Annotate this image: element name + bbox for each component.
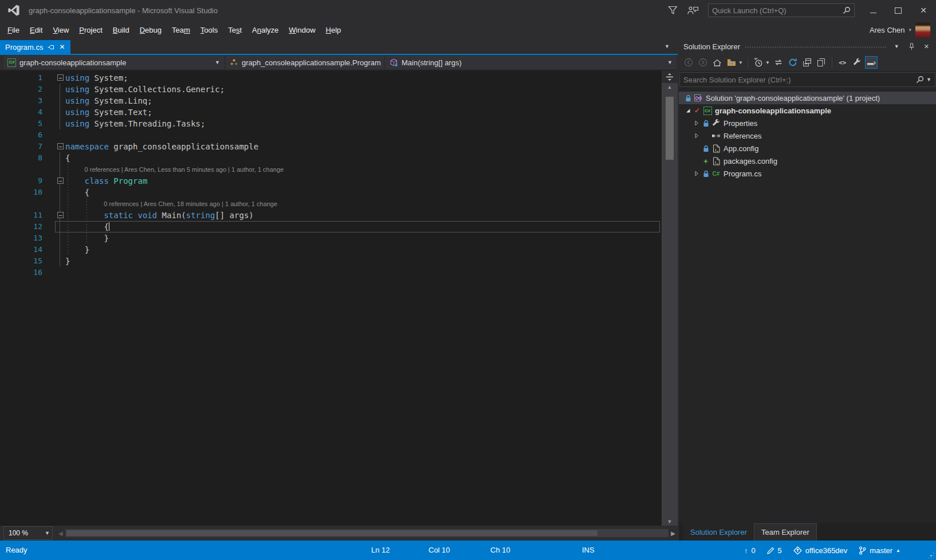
- tree-item-properties[interactable]: Properties: [679, 117, 936, 129]
- menu-test[interactable]: Test: [223, 23, 247, 37]
- expander-open-icon[interactable]: [683, 107, 693, 115]
- forward-button[interactable]: [697, 56, 709, 69]
- chevron-down-icon[interactable]: ▼: [738, 60, 743, 65]
- menu-debug[interactable]: Debug: [135, 23, 167, 37]
- uncommitted-changes-button[interactable]: 5: [767, 546, 782, 555]
- tree-item-app-config[interactable]: App.config: [679, 142, 936, 155]
- code-line[interactable]: 1–using System;: [0, 72, 662, 84]
- code-line[interactable]: 2using System.Collections.Generic;: [0, 84, 662, 95]
- preview-selected-items-toggle[interactable]: [865, 56, 878, 69]
- split-editor-handle[interactable]: [662, 70, 678, 83]
- menu-build[interactable]: Build: [108, 23, 135, 37]
- tab-solution-explorer[interactable]: Solution Explorer: [683, 523, 754, 541]
- user-account-area[interactable]: Ares Chen ▾: [870, 22, 936, 37]
- scrollbar-thumb[interactable]: [666, 97, 674, 160]
- code-line[interactable]: 6: [0, 129, 662, 141]
- codelens-row[interactable]: 0 references | Ares Chen, Less than 5 mi…: [0, 164, 662, 175]
- solution-explorer-search-input[interactable]: Search Solution Explorer (Ctrl+;) ▼: [679, 72, 935, 87]
- chevron-down-icon[interactable]: ▼: [926, 77, 931, 82]
- codelens-row[interactable]: 0 references | Ares Chen, 18 minutes ago…: [0, 198, 662, 210]
- properties-button[interactable]: [851, 56, 863, 69]
- tree-item-graph-consoleapplicationsample[interactable]: ✓C#graph-consoleapplicationsample: [679, 104, 936, 117]
- minimize-button[interactable]: [860, 2, 886, 18]
- code-line[interactable]: 10 {: [0, 187, 662, 198]
- notifications-filter-icon[interactable]: [662, 2, 683, 18]
- scroll-up-arrow[interactable]: ▲: [662, 84, 678, 90]
- menu-file[interactable]: File: [2, 23, 25, 37]
- sync-with-active-document-button[interactable]: [772, 56, 785, 69]
- code-line[interactable]: 4using System.Text;: [0, 107, 662, 118]
- collapse-region-icon[interactable]: –: [57, 212, 64, 218]
- vertical-scrollbar[interactable]: ▲ ▼: [662, 70, 678, 526]
- tab-program-cs[interactable]: Program.cs ✕: [0, 40, 70, 54]
- feedback-icon[interactable]: [683, 2, 703, 18]
- scroll-right-arrow[interactable]: ▶: [671, 530, 675, 537]
- branch-button[interactable]: master ▲: [859, 546, 900, 555]
- window-position-dropdown-icon[interactable]: ▼: [892, 44, 902, 49]
- menu-window[interactable]: Window: [284, 23, 320, 37]
- menu-edit[interactable]: Edit: [25, 23, 48, 37]
- code-line[interactable]: 7–namespace graph_consoleapplicationsamp…: [0, 141, 662, 152]
- type-dropdown[interactable]: graph_consoleapplicationsample.Program ▼: [226, 56, 384, 69]
- tree-item-packages-config[interactable]: +packages.config: [679, 155, 936, 167]
- home-button[interactable]: [711, 56, 723, 69]
- close-tab-icon[interactable]: ✕: [59, 43, 65, 51]
- expander-closed-icon[interactable]: [692, 169, 701, 178]
- menu-team[interactable]: Team: [167, 23, 195, 37]
- horizontal-scrollbar[interactable]: [65, 529, 669, 537]
- code-line[interactable]: 12 {: [0, 221, 662, 232]
- maximize-button[interactable]: [886, 2, 911, 18]
- codelens-info[interactable]: 0 references | Ares Chen, 18 minutes ago…: [65, 198, 277, 210]
- user-avatar[interactable]: [915, 22, 930, 37]
- panel-drag-grip[interactable]: [745, 46, 887, 49]
- pin-icon[interactable]: [906, 43, 917, 50]
- collapse-region-icon[interactable]: –: [57, 178, 64, 184]
- code-line[interactable]: 15}: [0, 255, 662, 267]
- pending-changes-filter-button[interactable]: [752, 56, 765, 69]
- collapse-region-icon[interactable]: –: [57, 143, 64, 149]
- editor-zoom-dropdown[interactable]: 100 % ▼: [3, 526, 53, 540]
- collapse-all-button[interactable]: [801, 56, 813, 69]
- code-line[interactable]: 14 }: [0, 244, 662, 255]
- collapse-region-icon[interactable]: –: [57, 74, 64, 81]
- document-well-dropdown-icon[interactable]: ▼: [664, 44, 670, 49]
- menu-project[interactable]: Project: [74, 23, 107, 37]
- switch-views-button[interactable]: [725, 56, 738, 69]
- view-code-button[interactable]: <>: [836, 56, 849, 69]
- code-surface[interactable]: 1–using System;2using System.Collections…: [0, 70, 662, 526]
- tab-team-explorer[interactable]: Team Explorer: [754, 523, 817, 541]
- menu-view[interactable]: View: [48, 23, 74, 37]
- tree-item-solution-graph-consoleapplicationsample-1-project[interactable]: Solution 'graph-consoleapplicationsample…: [679, 92, 936, 104]
- member-dropdown[interactable]: Main(string[] args) ▼: [386, 56, 677, 69]
- quick-launch-input[interactable]: Quick Launch (Ctrl+Q): [708, 3, 855, 17]
- code-editor[interactable]: 1–using System;2using System.Collections…: [0, 70, 678, 526]
- close-button[interactable]: ✕: [911, 2, 936, 18]
- scroll-down-arrow[interactable]: ▼: [662, 519, 678, 524]
- tree-item-program-cs[interactable]: C#Program.cs: [679, 167, 936, 180]
- scroll-left-arrow[interactable]: ◀: [58, 530, 63, 537]
- menu-help[interactable]: Help: [321, 23, 347, 37]
- unpublished-commits-button[interactable]: ↑ 0: [744, 546, 756, 555]
- scrollbar-thumb[interactable]: [66, 530, 597, 536]
- code-line[interactable]: 16: [0, 267, 662, 278]
- code-line[interactable]: 9– class Program: [0, 175, 662, 187]
- codelens-info[interactable]: 0 references | Ares Chen, Less than 5 mi…: [65, 164, 284, 175]
- refresh-button[interactable]: [786, 56, 799, 69]
- expander-closed-icon[interactable]: [692, 119, 701, 128]
- resize-grip[interactable]: [927, 551, 934, 558]
- code-line[interactable]: 11– static void Main(string[] args): [0, 210, 662, 221]
- code-line[interactable]: 3using System.Linq;: [0, 95, 662, 107]
- code-line[interactable]: 13 }: [0, 232, 662, 244]
- show-all-files-button[interactable]: [815, 56, 828, 69]
- expander-closed-icon[interactable]: [692, 132, 701, 140]
- code-line[interactable]: 8{: [0, 152, 662, 164]
- tree-item-references[interactable]: References: [679, 129, 936, 142]
- chevron-down-icon[interactable]: ▼: [765, 60, 770, 65]
- menu-analyze[interactable]: Analyze: [247, 23, 284, 37]
- close-panel-icon[interactable]: ✕: [922, 43, 931, 50]
- project-dropdown[interactable]: C# graph-consoleapplicationsample ▼: [3, 56, 224, 69]
- code-line[interactable]: 5using System.Threading.Tasks;: [0, 118, 662, 129]
- repository-button[interactable]: office365dev: [793, 546, 848, 555]
- menu-tools[interactable]: Tools: [195, 23, 223, 37]
- back-button[interactable]: [682, 56, 695, 69]
